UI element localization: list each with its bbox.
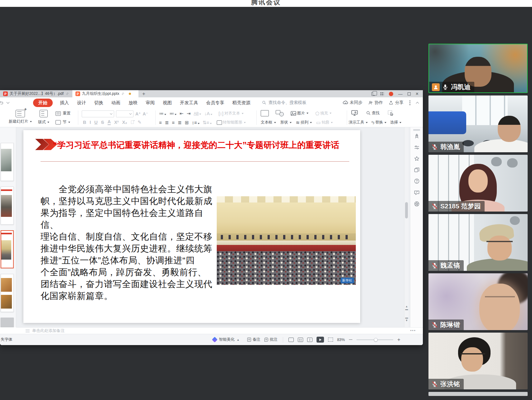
numbered-list-icon[interactable]: ≕	[169, 111, 177, 116]
slide-thumbnail-5[interactable]	[1, 318, 14, 327]
reset-button[interactable]: 重置	[56, 111, 70, 116]
tab-transition[interactable]: 切换	[94, 100, 103, 106]
tab-review[interactable]: 审阅	[146, 100, 155, 106]
document-tab-pdf[interactable]: P 关于开展好2022...】46号）.pdf	[0, 90, 72, 97]
align-center-icon[interactable]: ≣	[165, 120, 169, 125]
prev-slide-button[interactable]: ▲▬	[404, 305, 409, 311]
shape-button[interactable]: 形状	[280, 120, 292, 125]
participant-video[interactable]: 魏孟镐	[428, 214, 528, 271]
redo-dropdown-icon[interactable]	[7, 101, 10, 104]
superscript-button[interactable]: X²	[114, 120, 119, 125]
tab-manager-icon[interactable]	[371, 92, 375, 96]
slide-thumbnail-2[interactable]	[1, 187, 14, 225]
scrollbar-thumb[interactable]	[405, 202, 408, 218]
select-cursor-icon[interactable]	[388, 110, 394, 116]
distribute-icon[interactable]: ⊞	[185, 120, 189, 125]
normal-view-button[interactable]	[288, 338, 294, 342]
tab-insert[interactable]: 插入	[60, 100, 69, 106]
italic-button[interactable]: I	[89, 120, 91, 125]
pin-icon[interactable]	[65, 92, 69, 95]
textbox-icon[interactable]	[261, 110, 269, 116]
stamp-seal-icon[interactable]	[414, 201, 420, 207]
notes-toggle-button[interactable]: 备注	[247, 337, 260, 342]
line-spacing-icon[interactable]: ↕≡	[192, 120, 199, 125]
paragraph-spacing-icon[interactable]: ⇅≡	[203, 120, 212, 125]
more-menu-icon[interactable]	[409, 102, 410, 103]
participant-video[interactable]: 冯凯迪	[428, 44, 528, 93]
participant-video[interactable]: 韩渔胤	[428, 95, 528, 152]
present-tools-icon[interactable]	[351, 110, 358, 116]
workspace-grid-icon[interactable]	[380, 92, 384, 96]
restore-button[interactable]	[408, 92, 411, 95]
zoom-in-button[interactable]: +	[397, 337, 400, 342]
star-icon[interactable]	[414, 156, 420, 162]
font-color-button[interactable]: A	[108, 119, 111, 125]
missing-font-warning[interactable]: 失字体	[1, 334, 12, 345]
justify-icon[interactable]: ≣	[178, 120, 182, 125]
replace-button[interactable]: ᴬᵦ替换	[371, 120, 386, 125]
present-tools-button[interactable]: 演示工具	[349, 120, 368, 125]
tab-docer[interactable]: 稻壳资源	[232, 100, 250, 106]
new-slide-button[interactable]: 新建幻灯片	[9, 110, 32, 124]
zoom-value[interactable]: 83%	[337, 338, 345, 342]
fill-button[interactable]: ⬠填充	[315, 111, 331, 116]
command-search[interactable]: 查找命令、搜索模板	[262, 100, 307, 105]
help-icon[interactable]	[414, 178, 420, 184]
slide-editor[interactable]: “学习习近平总书记重要讲话精神，迎接党的二十大”专题研讨班上的重要讲话 全党必须…	[23, 130, 360, 323]
strike-button[interactable]: S	[101, 120, 104, 125]
slide-thumbnail-4[interactable]	[1, 274, 14, 312]
textbox-button[interactable]: 文本框	[261, 120, 276, 125]
bullet-list-icon[interactable]: ≔	[159, 111, 166, 116]
picture-button[interactable]: 图片	[291, 111, 308, 116]
zoom-slider-knob[interactable]	[374, 338, 378, 342]
zoom-slider[interactable]	[356, 339, 393, 340]
font-name-combo[interactable]	[82, 110, 114, 117]
panel-handle[interactable]	[413, 129, 420, 130]
tab-devtools[interactable]: 开发工具	[180, 100, 198, 106]
grow-font-button[interactable]: A⁺	[135, 111, 141, 116]
select-button[interactable]: 选择	[390, 120, 401, 125]
canvas-scrollbar[interactable]: ▲▬ ▬▼	[404, 127, 409, 327]
slide-thumbnail-3-selected[interactable]	[1, 230, 14, 268]
align-left-icon[interactable]: ≡	[159, 120, 162, 125]
slide-sorter-view-button[interactable]	[298, 338, 303, 342]
participant-video[interactable]: S2185 范梦园	[428, 155, 528, 212]
subscript-button[interactable]: X₂	[122, 120, 127, 125]
windows-overlap-icon[interactable]	[414, 167, 420, 173]
tab-home[interactable]: 开始	[33, 99, 53, 107]
section-button[interactable]: 节	[56, 120, 70, 125]
decrease-indent-icon[interactable]: ⇤	[180, 111, 184, 116]
layout-button[interactable]: 版式	[38, 110, 49, 125]
shapes-icon[interactable]	[276, 110, 284, 116]
account-badge-icon[interactable]	[389, 92, 393, 96]
font-size-combo[interactable]	[116, 110, 133, 117]
tab-member[interactable]: 会员专享	[206, 100, 224, 106]
tab-animation[interactable]: 动画	[111, 100, 120, 106]
conference-photo[interactable]: 新华社	[217, 196, 356, 285]
bold-button[interactable]: B	[83, 120, 86, 125]
tab-slideshow[interactable]: 放映	[128, 100, 138, 106]
next-slide-button[interactable]: ▬▼	[404, 316, 409, 322]
close-button[interactable]: ×	[416, 91, 418, 96]
rocket-share-icon[interactable]	[414, 133, 420, 139]
undo-icon[interactable]	[0, 100, 4, 105]
collapse-ribbon-icon[interactable]	[416, 102, 419, 105]
smart-beautify-button[interactable]: 智能美化 ▲	[213, 337, 239, 342]
find-button[interactable]: 查找	[366, 110, 380, 116]
tab-design[interactable]: 设计	[77, 100, 86, 106]
char-spacing-icon[interactable]: AB	[194, 112, 201, 115]
new-tab-button[interactable]: +	[138, 90, 149, 97]
shrink-font-button[interactable]: A⁻	[143, 111, 148, 116]
settings-sliders-icon[interactable]	[414, 144, 420, 150]
feedback-pen-icon[interactable]	[414, 190, 420, 196]
tab-view[interactable]: 视图	[163, 100, 172, 106]
clear-format-icon[interactable]: ✎	[138, 120, 142, 124]
comments-toggle-button[interactable]: 批注	[264, 337, 278, 342]
document-tab-pptx[interactable]: P 九月组织生活ppt.pptx	[72, 90, 138, 97]
slide-body-text[interactable]: 全党必须高举中国特色社会主义伟大旗 帜，坚持以马克思主义中国化时代化最新成 果为…	[41, 183, 215, 302]
align-text-button[interactable]: [↕]对齐文本	[219, 111, 244, 116]
sync-status[interactable]: 未同步	[343, 100, 363, 105]
collaborate-button[interactable]: 协作	[368, 100, 383, 105]
zoom-out-button[interactable]	[349, 339, 352, 340]
slide-thumbnail-1[interactable]	[1, 143, 14, 181]
